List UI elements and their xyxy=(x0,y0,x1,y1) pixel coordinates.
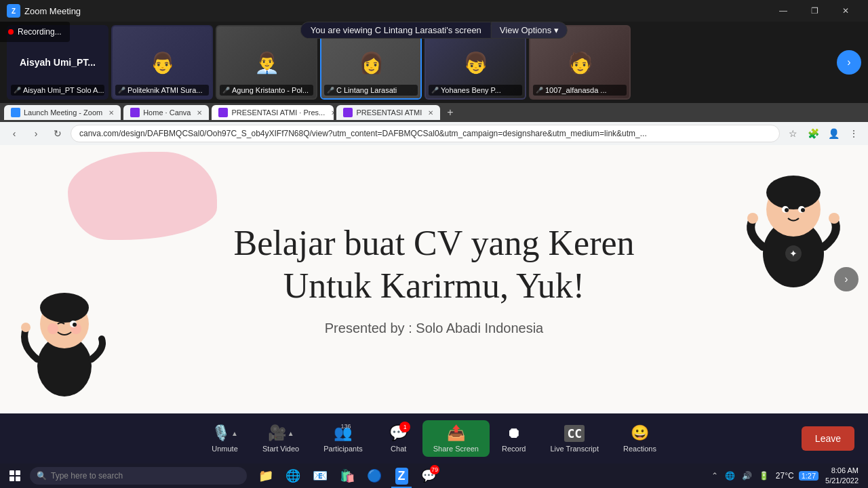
share-screen-label: Share Screen xyxy=(433,445,479,453)
reactions-button[interactable]: 😀 Reactions xyxy=(611,420,669,457)
taskbar-app-file-explorer[interactable]: 📁 xyxy=(254,464,278,488)
share-screen-button[interactable]: 📤 Share Screen xyxy=(422,420,490,457)
edge-icon: 🌐 xyxy=(285,468,300,483)
taskbar-app-edge[interactable]: 🌐 xyxy=(281,464,305,488)
app-title: Zoom Meeting xyxy=(24,6,81,16)
chevron-down-icon: ▾ xyxy=(554,25,559,35)
browser-tab-bar: Launch Meeting - Zoom ✕ Home · Canva ✕ P… xyxy=(0,103,868,122)
menu-icon[interactable]: ⋮ xyxy=(845,125,863,142)
svg-point-17 xyxy=(73,323,77,327)
mail-icon: 📧 xyxy=(313,468,328,483)
tab-label-presentation2: PRESENTASI ATMI xyxy=(356,108,422,117)
participant-label: 🎤 Agung Kristanto - Pol... xyxy=(220,85,313,96)
network-icon[interactable]: 🌐 xyxy=(723,470,737,482)
close-button[interactable]: ✕ xyxy=(830,0,861,22)
presentation-area: ✦ xyxy=(0,145,868,413)
recording-indicator: Recording... xyxy=(0,22,70,42)
zoom-favicon xyxy=(11,108,20,117)
bookmark-icon[interactable]: ☆ xyxy=(784,125,802,142)
tab-close-zoom[interactable]: ✕ xyxy=(108,109,114,117)
recording-label: Recording... xyxy=(18,27,62,37)
video-off-icon: 🎥 xyxy=(268,424,286,442)
next-slide-button[interactable]: › xyxy=(834,267,859,291)
minimize-button[interactable]: — xyxy=(768,0,799,22)
svg-text:✦: ✦ xyxy=(789,248,797,259)
slide-subtitle: Presented by : Solo Abadi Indonesia xyxy=(233,321,634,336)
participant-label: 🎤 C Lintang Larasati xyxy=(324,85,418,96)
svg-point-5 xyxy=(785,208,789,212)
maximize-button[interactable]: ❐ xyxy=(799,0,830,22)
participants-icon: 👥 136 xyxy=(334,424,352,442)
browser-nav-icons: ☆ 🧩 👤 ⋮ xyxy=(784,125,863,142)
notification-bar: You are viewing C Lintang Larasati's scr… xyxy=(300,22,568,39)
participant-thumb[interactable]: 👨 🎤 Politeknik ATMI Sura... xyxy=(111,25,213,100)
participants-count: 136 xyxy=(340,423,351,430)
notification-message: You are viewing C Lintang Larasati's scr… xyxy=(300,22,491,39)
battery-icon[interactable]: 🔋 xyxy=(757,470,771,482)
participant-label: 🎤 Aisyah Umi_PT Solo A... xyxy=(11,85,104,96)
browser-tab-presentation2[interactable]: PRESENTASI ATMI ✕ xyxy=(336,105,440,120)
tab-label-canva-home: Home · Canva xyxy=(143,108,191,117)
volume-icon[interactable]: 🔊 xyxy=(740,470,754,482)
next-participant-button[interactable]: › xyxy=(837,50,861,75)
chrome-icon: 🔵 xyxy=(367,468,382,483)
back-button[interactable]: ‹ xyxy=(5,125,23,142)
taskbar-app-zoom[interactable]: Z xyxy=(389,464,414,488)
title-bar: Z Zoom Meeting — ❐ ✕ xyxy=(0,0,868,22)
browser-tab-canva-home[interactable]: Home · Canva ✕ xyxy=(123,105,209,120)
unmute-label: Unmute xyxy=(212,445,238,453)
app-logo: Z Zoom Meeting xyxy=(7,4,81,18)
slide-content: ✦ xyxy=(0,145,868,413)
reactions-icon: 😀 xyxy=(631,424,649,442)
taskbar-app-store[interactable]: 🛍️ xyxy=(335,464,359,488)
video-label: Start Video xyxy=(262,445,299,453)
search-placeholder: Type here to search xyxy=(51,471,123,481)
browser-tab-zoom[interactable]: Launch Meeting - Zoom ✕ xyxy=(4,105,121,120)
live-transcript-button[interactable]: CC Live Transcript xyxy=(538,421,611,457)
mic-icon: 🎤 xyxy=(118,87,125,94)
record-button[interactable]: ⏺ Record xyxy=(490,420,538,457)
browser-tab-presentation-active[interactable]: PRESENTASI ATMI · Pres... ✕ xyxy=(212,105,334,120)
taskbar-app-whatsapp[interactable]: 💬 79 xyxy=(416,464,441,488)
taskbar-app-chrome[interactable]: 🔵 xyxy=(362,464,387,488)
zoom-logo-icon: Z xyxy=(7,4,20,18)
recording-time-badge: 1:27 xyxy=(799,471,818,481)
taskbar-app-mail[interactable]: 📧 xyxy=(308,464,332,488)
svg-point-18 xyxy=(21,323,31,332)
chevron-up-icon[interactable]: ⌃ xyxy=(709,470,720,482)
system-clock: 8:06 AM 5/21/2022 xyxy=(821,466,863,487)
url-bar[interactable]: canva.com/design/DAFBMQCSal0/Ooh97C_S_ob… xyxy=(71,125,780,142)
participants-label: Participants xyxy=(323,445,362,453)
forward-button[interactable]: › xyxy=(27,125,45,142)
view-options-button[interactable]: View Options ▾ xyxy=(491,22,568,39)
microphone-muted-icon: 🎙️ xyxy=(212,424,230,442)
tab-close-presentation[interactable]: ✕ xyxy=(331,109,334,117)
svg-point-7 xyxy=(747,213,758,224)
video-arrow[interactable]: ▲ xyxy=(288,430,294,437)
mic-icon: 🎤 xyxy=(536,87,543,94)
chat-icon: 💬 1 xyxy=(389,424,408,442)
start-button[interactable] xyxy=(0,464,30,488)
record-icon: ⏺ xyxy=(507,424,521,442)
start-video-button[interactable]: 🎥 ▲ Start Video xyxy=(250,420,311,457)
new-tab-button[interactable]: + xyxy=(443,106,457,119)
participants-button[interactable]: 👥 136 Participants xyxy=(311,420,374,457)
extensions-icon[interactable]: 🧩 xyxy=(804,125,822,142)
svg-point-8 xyxy=(829,213,840,224)
svg-point-13 xyxy=(40,293,89,323)
mic-icon: 🎤 xyxy=(327,87,334,94)
tab-close-presentation2[interactable]: ✕ xyxy=(428,109,433,117)
chat-button[interactable]: 💬 1 Chat xyxy=(375,420,422,457)
taskbar-search[interactable]: 🔍 Type here to search xyxy=(30,467,247,485)
tab-close-canva-home[interactable]: ✕ xyxy=(197,109,202,117)
reload-button[interactable]: ↻ xyxy=(49,125,66,142)
profile-icon[interactable]: 👤 xyxy=(825,125,842,142)
canva-favicon-active xyxy=(218,108,228,117)
mic-icon: 🎤 xyxy=(222,87,230,94)
svg-point-14 xyxy=(47,323,58,334)
unmute-button[interactable]: 🎙️ ▲ Unmute xyxy=(199,420,250,457)
leave-button[interactable]: Leave xyxy=(802,426,854,451)
participant-name: Aisyah Umi_PT... xyxy=(13,50,102,75)
unmute-arrow[interactable]: ▲ xyxy=(231,430,238,437)
zoom-toolbar: 🎙️ ▲ Unmute 🎥 ▲ Start Video 👥 136 Partic… xyxy=(0,413,868,464)
